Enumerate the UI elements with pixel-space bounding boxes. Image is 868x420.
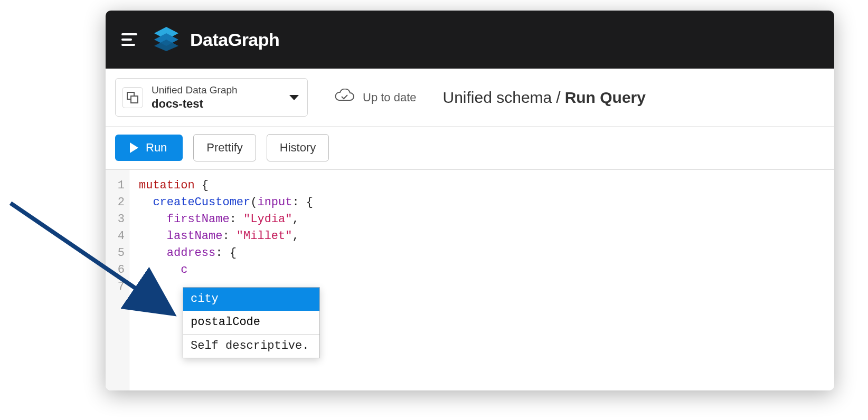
autocomplete-popup: city postalCode Self descriptive. xyxy=(183,287,320,358)
line-gutter: 1 2 3 4 5 6 7 xyxy=(106,170,129,390)
history-button[interactable]: History xyxy=(267,134,329,161)
code-editor[interactable]: 1 2 3 4 5 6 7 mutation { createCustomer(… xyxy=(106,170,834,390)
menu-icon[interactable] xyxy=(121,33,137,46)
graph-selector[interactable]: Unified Data Graph docs-test xyxy=(115,78,308,117)
svg-rect-5 xyxy=(131,96,138,103)
brand-name: DataGraph xyxy=(190,30,279,50)
breadcrumb-parent: Unified schema xyxy=(443,89,552,107)
autocomplete-item-postalcode[interactable]: postalCode xyxy=(183,311,319,334)
caret-down-icon xyxy=(289,95,299,100)
breadcrumb: Unified schema / Run Query xyxy=(443,89,646,107)
autocomplete-item-city[interactable]: city xyxy=(183,288,319,311)
app-window: DataGraph Unified Data Graph docs-test xyxy=(106,11,834,390)
graph-selector-subtitle: Unified Data Graph xyxy=(152,84,281,97)
layers-icon xyxy=(122,87,143,108)
graph-selector-name: docs-test xyxy=(152,97,281,111)
autocomplete-description: Self descriptive. xyxy=(183,334,319,358)
sync-status-text: Up to date xyxy=(363,91,417,104)
breadcrumb-current: Run Query xyxy=(565,89,646,107)
cloud-check-icon xyxy=(334,89,354,107)
brand-area: DataGraph xyxy=(152,26,279,53)
run-button-label: Run xyxy=(146,141,167,155)
brand-logo-icon xyxy=(152,26,181,53)
sync-status: Up to date xyxy=(334,89,417,107)
play-icon xyxy=(130,142,138,153)
run-button[interactable]: Run xyxy=(115,135,183,161)
breadcrumb-sep: / xyxy=(556,89,560,107)
sub-header: Unified Data Graph docs-test Up to date … xyxy=(106,69,834,127)
prettify-button[interactable]: Prettify xyxy=(193,134,256,161)
app-header: DataGraph xyxy=(106,11,834,69)
query-toolbar: Run Prettify History xyxy=(106,127,834,170)
